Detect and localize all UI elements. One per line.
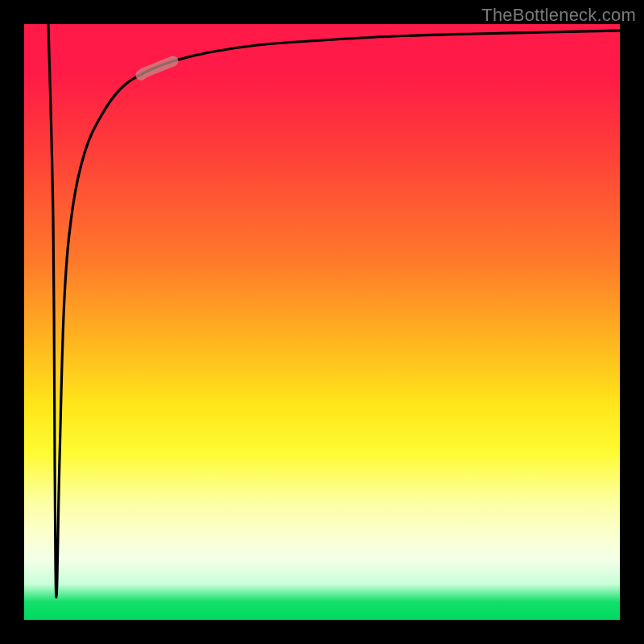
chart-frame: TheBottleneck.com	[0, 0, 644, 644]
plot-area	[24, 24, 620, 620]
curve-svg	[24, 24, 620, 620]
bottleneck-curve	[48, 24, 620, 597]
watermark-text: TheBottleneck.com	[481, 5, 636, 26]
curve-highlight	[141, 61, 173, 75]
